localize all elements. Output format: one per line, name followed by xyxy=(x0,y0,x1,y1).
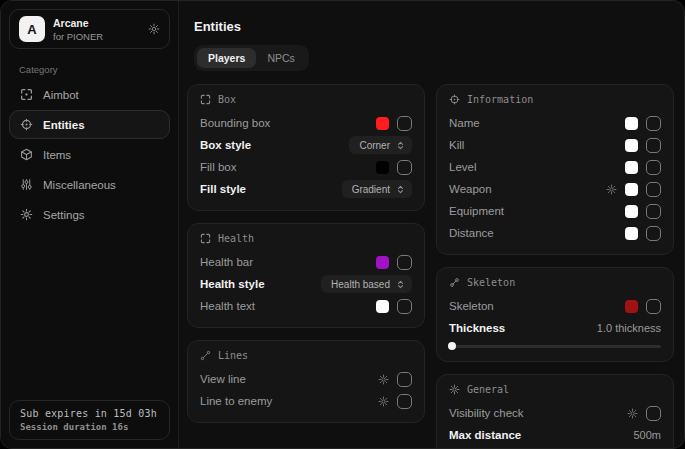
color-swatch[interactable] xyxy=(625,227,638,240)
sidebar-nav: Aimbot Entities Items Miscellaneous Sett… xyxy=(9,80,170,230)
dropdown-value: Gradient xyxy=(352,184,390,195)
setting-row: Name xyxy=(449,112,661,134)
card-title-label: Box xyxy=(218,94,236,105)
app-window: A Arcane for PIONER Category Aimbot Enti… xyxy=(0,0,685,449)
setting-row: Weapon xyxy=(449,178,661,200)
general-icon xyxy=(449,384,460,395)
app-logo: A xyxy=(19,16,45,42)
setting-label: Visibility check xyxy=(449,407,524,419)
max-distance-value: 500m xyxy=(633,429,661,441)
information-card: Information Name Kill xyxy=(436,84,674,255)
sidebar-item-label: Aimbot xyxy=(43,89,79,101)
fill-box-checkbox[interactable] xyxy=(397,160,412,175)
view-line-checkbox[interactable] xyxy=(397,372,412,387)
aimbot-icon xyxy=(19,88,33,101)
visibility-check-checkbox[interactable] xyxy=(646,406,661,421)
setting-row: Distance xyxy=(449,222,661,244)
setting-row: Health text xyxy=(200,295,412,317)
setting-label: Box style xyxy=(200,139,251,151)
sidebar-item-label: Items xyxy=(43,149,71,161)
setting-label: Equipment xyxy=(449,205,504,217)
setting-row: Skeleton xyxy=(449,295,661,317)
health-style-dropdown[interactable]: Health based xyxy=(321,275,412,293)
setting-label: Thickness xyxy=(449,322,505,334)
weapon-checkbox[interactable] xyxy=(646,182,661,197)
skeleton-checkbox[interactable] xyxy=(646,299,661,314)
card-title-label: Skeleton xyxy=(467,277,515,288)
color-swatch[interactable] xyxy=(625,300,638,313)
setting-label: Bounding box xyxy=(200,117,270,129)
cube-icon xyxy=(19,148,33,161)
color-swatch[interactable] xyxy=(376,256,389,269)
color-swatch[interactable] xyxy=(376,161,389,174)
header-settings-icon[interactable] xyxy=(148,23,160,35)
tab-players[interactable]: Players xyxy=(197,48,256,68)
category-label: Category xyxy=(19,64,170,75)
box-icon xyxy=(200,94,211,105)
health-bar-checkbox[interactable] xyxy=(397,255,412,270)
slider-thumb[interactable] xyxy=(448,342,456,350)
setting-label: Max distance xyxy=(449,429,521,441)
distance-checkbox[interactable] xyxy=(646,226,661,241)
setting-label: Fill box xyxy=(200,161,236,173)
level-checkbox[interactable] xyxy=(646,160,661,175)
color-swatch[interactable] xyxy=(625,117,638,130)
line-icon xyxy=(200,350,211,361)
sidebar-item-label: Settings xyxy=(43,209,85,221)
view-line-settings-icon[interactable] xyxy=(378,374,389,385)
line-to-enemy-settings-icon[interactable] xyxy=(378,396,389,407)
setting-label: Health bar xyxy=(200,256,253,268)
entity-type-tabs: Players NPCs xyxy=(194,45,309,71)
setting-row: Max distance 500m xyxy=(449,424,661,446)
bounding-box-checkbox[interactable] xyxy=(397,116,412,131)
setting-row: Visibility check xyxy=(449,402,661,424)
color-swatch[interactable] xyxy=(376,117,389,130)
kill-checkbox[interactable] xyxy=(646,138,661,153)
sidebar-item-items[interactable]: Items xyxy=(9,140,170,169)
app-name: Arcane xyxy=(53,17,103,29)
skeleton-card: Skeleton Skeleton Thickness 1.0 thicknes… xyxy=(436,267,674,362)
subscription-info-card: Sub expires in 15d 03h Session duration … xyxy=(9,400,170,440)
setting-row: Fill box xyxy=(200,156,412,178)
card-title-label: Information xyxy=(467,94,533,105)
sidebar-item-entities[interactable]: Entities xyxy=(9,110,170,139)
fill-style-dropdown[interactable]: Gradient xyxy=(342,180,412,198)
color-swatch[interactable] xyxy=(625,205,638,218)
sidebar-item-label: Miscellaneous xyxy=(43,179,116,191)
color-swatch[interactable] xyxy=(625,161,638,174)
visibility-check-settings-icon[interactable] xyxy=(627,408,638,419)
setting-row: Health bar xyxy=(200,251,412,273)
line-to-enemy-checkbox[interactable] xyxy=(397,394,412,409)
setting-row: Kill xyxy=(449,134,661,156)
tab-npcs[interactable]: NPCs xyxy=(256,48,305,68)
box-card: Box Bounding box Box style Corner xyxy=(187,84,425,211)
slider-track xyxy=(449,345,661,348)
app-subtitle: for PIONER xyxy=(53,31,103,42)
sidebar-item-aimbot[interactable]: Aimbot xyxy=(9,80,170,109)
setting-label: Health style xyxy=(200,278,265,290)
session-duration-text: Session duration 16s xyxy=(20,422,159,432)
thickness-slider[interactable] xyxy=(449,342,661,351)
dropdown-value: Health based xyxy=(331,279,390,290)
name-checkbox[interactable] xyxy=(646,116,661,131)
unfold-icon xyxy=(396,185,405,194)
card-title-label: Health xyxy=(218,233,254,244)
color-swatch[interactable] xyxy=(625,139,638,152)
sliders-icon xyxy=(19,178,33,191)
color-swatch[interactable] xyxy=(376,300,389,313)
sidebar-item-miscellaneous[interactable]: Miscellaneous xyxy=(9,170,170,199)
setting-row: Line to enemy xyxy=(200,390,412,412)
color-swatch[interactable] xyxy=(625,183,638,196)
equipment-checkbox[interactable] xyxy=(646,204,661,219)
general-card: General Visibility check Max distance 50… xyxy=(436,374,674,449)
setting-label: Weapon xyxy=(449,183,492,195)
gear-icon xyxy=(19,208,33,221)
sidebar-item-settings[interactable]: Settings xyxy=(9,200,170,229)
weapon-settings-icon[interactable] xyxy=(606,184,617,195)
entities-icon xyxy=(19,118,33,131)
lines-card: Lines View line Line to enemy xyxy=(187,340,425,423)
sidebar-item-label: Entities xyxy=(43,119,85,131)
health-text-checkbox[interactable] xyxy=(397,299,412,314)
box-style-dropdown[interactable]: Corner xyxy=(349,136,412,154)
bone-icon xyxy=(449,277,460,288)
